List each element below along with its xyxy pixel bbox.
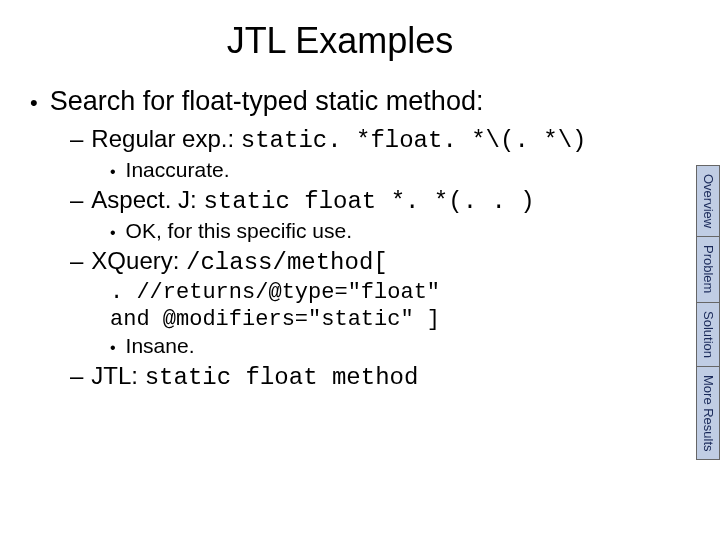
bullet-dot: • <box>110 339 116 357</box>
item-aspectj: – Aspect. J: static float *. *(. . ) <box>70 186 670 215</box>
side-tabs: Overview Problem Solution More Results <box>696 165 720 459</box>
dash-icon: – <box>70 125 83 153</box>
tab-overview[interactable]: Overview <box>696 165 720 237</box>
jtl-label: JTL: <box>91 362 144 389</box>
item-xquery-note: • Insane. <box>110 334 670 358</box>
dash-icon: – <box>70 186 83 214</box>
regex-code: static. *float. *\(. *\) <box>241 127 587 154</box>
regex-note-text: Inaccurate. <box>126 158 230 182</box>
slide-title: JTL Examples <box>0 20 720 62</box>
tab-solution[interactable]: Solution <box>696 302 720 367</box>
aspectj-label: Aspect. J: <box>91 186 203 213</box>
slide: JTL Examples • Search for float-typed st… <box>0 0 720 540</box>
xquery-label: XQuery: <box>91 247 186 274</box>
jtl-code: static float method <box>145 364 419 391</box>
item-jtl: – JTL: static float method <box>70 362 670 391</box>
tab-more-results[interactable]: More Results <box>696 366 720 461</box>
xquery-code: /class/method[ <box>186 249 388 276</box>
item-xquery: – XQuery: /class/method[ <box>70 247 670 276</box>
slide-content: • Search for float-typed static method: … <box>0 86 720 391</box>
bullet-dot: • <box>110 224 116 242</box>
xquery-note-text: Insane. <box>126 334 195 358</box>
item-xquery-text: XQuery: /class/method[ <box>91 247 387 276</box>
bullet-dot: • <box>30 90 38 116</box>
tab-problem[interactable]: Problem <box>696 236 720 302</box>
xquery-line2: and @modifiers="static" ] <box>110 307 670 332</box>
item-jtl-text: JTL: static float method <box>91 362 418 391</box>
main-bullet-text: Search for float-typed static method: <box>50 86 484 117</box>
bullet-dot: • <box>110 163 116 181</box>
item-aspectj-text: Aspect. J: static float *. *(. . ) <box>91 186 534 215</box>
regex-label: Regular exp.: <box>91 125 240 152</box>
main-bullet: • Search for float-typed static method: <box>30 86 670 117</box>
dash-icon: – <box>70 247 83 275</box>
dash-icon: – <box>70 362 83 390</box>
aspectj-note-text: OK, for this specific use. <box>126 219 352 243</box>
xquery-line1: . //returns/@type="float" <box>110 280 670 305</box>
item-regex-note: • Inaccurate. <box>110 158 670 182</box>
aspectj-code: static float *. *(. . ) <box>203 188 534 215</box>
item-regex: – Regular exp.: static. *float. *\(. *\) <box>70 125 670 154</box>
item-regex-text: Regular exp.: static. *float. *\(. *\) <box>91 125 586 154</box>
item-aspectj-note: • OK, for this specific use. <box>110 219 670 243</box>
